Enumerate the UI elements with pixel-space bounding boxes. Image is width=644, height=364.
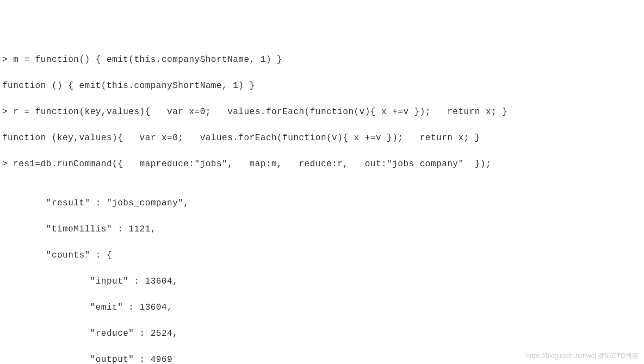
code-line-01: > m = function() { emit(this.companyShor…	[2, 53, 642, 66]
code-line-12: "reduce" : 2524,	[2, 327, 642, 340]
watermark-text: https://blog.csdn.net/wei @51CTO博客	[526, 351, 639, 361]
code-line-08: "timeMillis" : 1121,	[2, 223, 642, 236]
code-line-03: > r = function(key,values){ var x=0; val…	[2, 105, 642, 118]
code-line-07: "result" : "jobs_company",	[2, 197, 642, 210]
code-line-02: function () { emit(this.companyShortName…	[2, 79, 642, 92]
code-line-10: "input" : 13604,	[2, 275, 642, 288]
code-line-09: "counts" : {	[2, 249, 642, 262]
code-line-04: function (key,values){ var x=0; values.f…	[2, 131, 642, 145]
code-line-05: > res1=db.runCommand({ mapreduce:"jobs",…	[2, 158, 642, 171]
code-line-11: "emit" : 13604,	[2, 301, 642, 314]
